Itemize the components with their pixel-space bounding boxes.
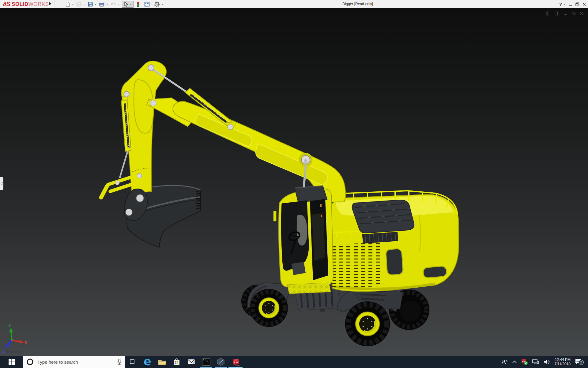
action-center-button[interactable]: 2	[575, 358, 584, 366]
sw-year-label: 2017	[235, 364, 240, 366]
cab	[273, 186, 333, 294]
solidworks-app-icon: S W 2017	[232, 358, 239, 366]
toolbar-separator	[55, 1, 55, 7]
task-view-button[interactable]	[125, 356, 140, 368]
tray-time: 12:44 PM	[555, 358, 571, 362]
print-button[interactable]	[99, 2, 108, 7]
view-orientation-label: *Dimetric	[4, 350, 21, 354]
new-document-icon	[65, 2, 70, 7]
open-folder-icon	[76, 2, 82, 7]
windows-logo-icon	[8, 358, 15, 365]
file-explorer-icon	[158, 358, 166, 366]
rear-wheel	[345, 301, 390, 346]
microphone-icon[interactable]	[117, 358, 122, 365]
triad-y-label: Y	[9, 324, 11, 328]
solidworks-tray-icon[interactable]: sw	[521, 358, 528, 365]
file-properties-button[interactable]	[144, 2, 150, 7]
mail-button[interactable]	[184, 356, 199, 368]
search-input[interactable]	[37, 359, 114, 365]
notification-badge: 2	[579, 360, 584, 365]
ds-logo-mark: ∂S	[3, 1, 10, 8]
rebuild-button[interactable]	[136, 1, 140, 7]
solidworks-logo: ∂S SOLIDWORKS	[3, 1, 49, 7]
titlebar-controls: ?	[559, 0, 586, 8]
file-explorer-button[interactable]	[155, 356, 169, 368]
network-icon[interactable]	[532, 359, 539, 365]
show-hidden-icons-chevron[interactable]	[512, 360, 517, 364]
options-dropdown-icon[interactable]	[161, 4, 164, 5]
save-floppy-icon	[88, 2, 93, 7]
svg-text:W: W	[236, 361, 239, 364]
solidworks-app-button[interactable]: S W 2017	[228, 356, 243, 368]
triad-x-label: X	[24, 340, 27, 345]
tray-clock[interactable]: 12:44 PM 7/11/2018	[555, 358, 571, 366]
composer-button[interactable]	[213, 356, 228, 368]
taskbar-search[interactable]	[23, 356, 125, 368]
mail-icon	[187, 358, 196, 365]
minimize-button[interactable]	[569, 2, 572, 6]
titlebar: ∂S SOLIDWORKS	[0, 0, 588, 8]
select-dropdown-icon[interactable]	[130, 4, 132, 5]
store-button[interactable]	[169, 356, 184, 368]
new-dropdown-icon[interactable]	[72, 4, 74, 5]
undo-dropdown-icon	[118, 4, 120, 5]
system-tray: sw 12:44 PM 7/11/2018 2	[501, 356, 588, 368]
people-icon[interactable]	[501, 358, 508, 365]
save-button[interactable]	[88, 2, 97, 7]
file-properties-icon	[144, 2, 150, 7]
command-prompt-icon: C:\	[202, 358, 210, 366]
cortana-icon	[26, 358, 34, 366]
print-dropdown-icon[interactable]	[106, 4, 108, 5]
undo-icon	[110, 2, 116, 7]
restore-button[interactable]	[575, 2, 579, 6]
start-button[interactable]	[0, 356, 23, 368]
hexagon-app-icon	[217, 358, 225, 366]
select-tool-active[interactable]	[122, 1, 134, 8]
windows-taskbar: C:\ S W 2017	[0, 356, 588, 368]
edge-button[interactable]	[140, 356, 155, 368]
graphics-viewport[interactable]: X Y Z *Dimetric	[0, 8, 588, 356]
options-button[interactable]	[154, 1, 164, 7]
upper-body	[321, 191, 459, 291]
store-icon	[173, 358, 181, 366]
document-title: Digger [Read-only]	[330, 2, 385, 6]
standard-toolbar	[65, 0, 165, 8]
close-button[interactable]	[582, 2, 586, 6]
svg-text:S: S	[233, 361, 235, 364]
task-view-icon	[129, 358, 136, 365]
save-dropdown-icon[interactable]	[94, 4, 97, 5]
orientation-triad: X Y Z	[2, 324, 27, 354]
command-prompt-button[interactable]: C:\	[199, 356, 213, 368]
front-wheel	[250, 289, 288, 327]
volume-icon[interactable]	[543, 359, 551, 365]
print-icon	[99, 2, 105, 7]
options-gear-icon	[154, 1, 160, 7]
open-button[interactable]	[76, 2, 86, 7]
help-dropdown-icon[interactable]	[563, 4, 566, 5]
excavator-model[interactable]: X Y Z	[0, 8, 588, 356]
rebuild-traffic-light-icon	[136, 1, 140, 7]
taskbar-spacer	[243, 356, 501, 368]
select-arrow-icon	[123, 2, 128, 7]
new-document-button[interactable]	[65, 2, 74, 7]
open-dropdown-icon	[83, 4, 86, 5]
menu-expand-arrow-icon[interactable]	[49, 2, 51, 6]
undo-button	[110, 2, 120, 7]
cab-mirror	[273, 211, 276, 221]
edge-icon	[143, 358, 152, 366]
help-button[interactable]: ?	[559, 2, 566, 7]
tray-date: 7/11/2018	[555, 362, 571, 366]
